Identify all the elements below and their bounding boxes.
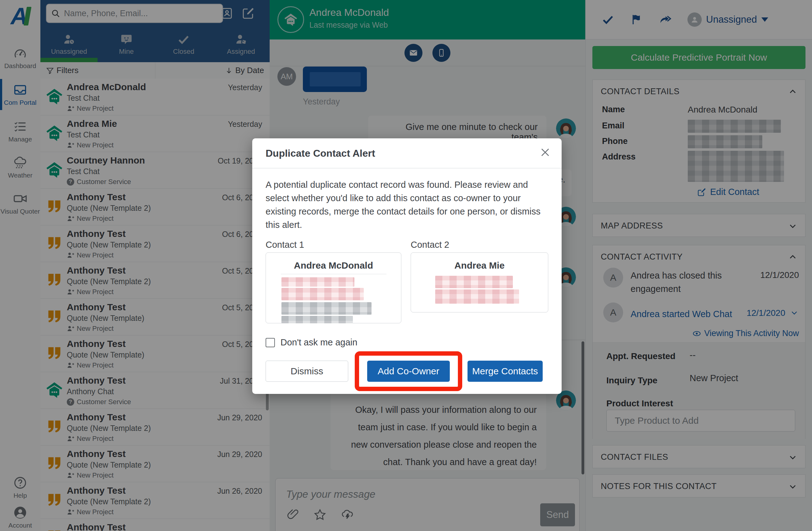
contact2-name: Andrea Mie (411, 260, 548, 271)
modal-message: A potential duplicate contact record was… (265, 178, 549, 232)
close-button[interactable] (539, 146, 551, 158)
contact2-card[interactable]: Andrea Mie (411, 252, 548, 312)
dismiss-label: Dismiss (291, 366, 323, 377)
merge-contacts-label: Merge Contacts (472, 366, 538, 377)
contact1-card[interactable]: Andrea McDonald (265, 252, 401, 323)
merge-contacts-button[interactable]: Merge Contacts (467, 361, 543, 382)
redacted-info (281, 302, 372, 315)
redacted-info (435, 290, 519, 304)
contact1-name: Andrea McDonald (266, 260, 401, 271)
dont-ask-label: Don't ask me again (280, 337, 357, 348)
divider (281, 274, 387, 274)
redacted-info (281, 277, 354, 287)
dont-ask-checkbox-row: Don't ask me again (265, 337, 357, 348)
modal-divider (252, 168, 562, 168)
close-icon (539, 146, 551, 158)
contact1-label: Contact 1 (265, 240, 304, 250)
modal-title: Duplicate Contact Alert (265, 148, 375, 159)
redacted-info (281, 316, 353, 323)
dismiss-button[interactable]: Dismiss (265, 361, 348, 382)
redacted-info (281, 288, 364, 300)
dont-ask-checkbox[interactable] (265, 338, 275, 347)
annotation-highlight-box (355, 351, 462, 391)
redacted-info (435, 276, 513, 288)
contact2-label: Contact 2 (411, 240, 449, 250)
app-root: A Dashboard Com Portal Manage Weather Vi… (0, 0, 812, 531)
